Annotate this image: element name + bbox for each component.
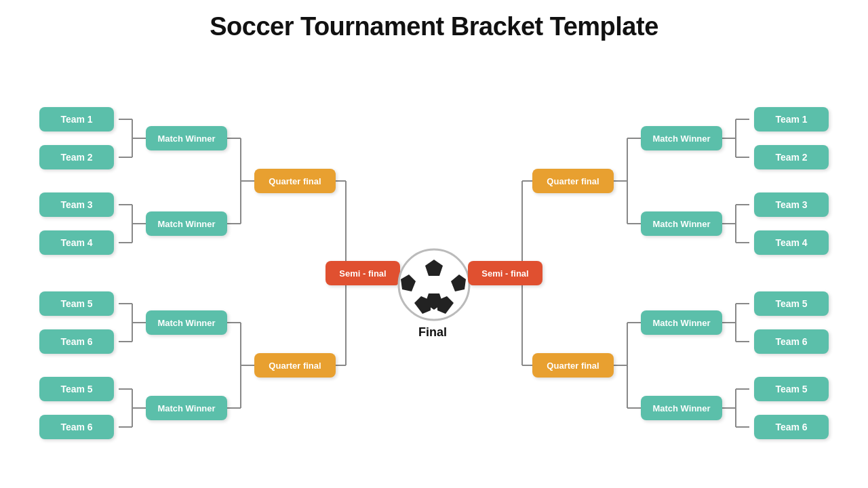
right-t5: Team 5 xyxy=(754,291,829,316)
left-mw4: Match Winner xyxy=(146,396,227,420)
right-mw2: Match Winner xyxy=(641,211,722,236)
left-t5: Team 5 xyxy=(39,291,114,316)
right-t8: Team 6 xyxy=(754,415,829,439)
left-semi: Semi - final xyxy=(326,261,400,285)
left-t8: Team 6 xyxy=(39,415,114,439)
right-t3: Team 3 xyxy=(754,192,829,217)
right-t2: Team 2 xyxy=(754,145,829,169)
final-label: Final xyxy=(418,325,447,340)
left-mw1: Match Winner xyxy=(146,126,227,150)
left-t4: Team 4 xyxy=(39,230,114,255)
right-t1: Team 1 xyxy=(754,107,829,131)
page: Soccer Tournament Bracket Template xyxy=(0,0,868,488)
right-semi: Semi - final xyxy=(468,261,542,285)
left-t6: Team 6 xyxy=(39,329,114,354)
left-mw3: Match Winner xyxy=(146,310,227,335)
left-t2: Team 2 xyxy=(39,145,114,169)
left-mw2: Match Winner xyxy=(146,211,227,236)
right-qf-top: Quarter final xyxy=(532,169,614,193)
soccer-ball xyxy=(397,247,471,322)
right-t4: Team 4 xyxy=(754,230,829,255)
left-t7: Team 5 xyxy=(39,377,114,401)
left-qf-top: Quarter final xyxy=(254,169,336,193)
right-t6: Team 6 xyxy=(754,329,829,354)
right-mw4: Match Winner xyxy=(641,396,722,420)
right-mw3: Match Winner xyxy=(641,310,722,335)
right-qf-bottom: Quarter final xyxy=(532,353,614,378)
page-title: Soccer Tournament Bracket Template xyxy=(0,0,868,48)
left-qf-bottom: Quarter final xyxy=(254,353,336,378)
right-mw1: Match Winner xyxy=(641,126,722,150)
left-t1: Team 1 xyxy=(39,107,114,131)
right-t7: Team 5 xyxy=(754,377,829,401)
left-t3: Team 3 xyxy=(39,192,114,217)
bracket-area: Team 1 Team 2 Team 3 Team 4 Match Winner… xyxy=(0,54,868,488)
